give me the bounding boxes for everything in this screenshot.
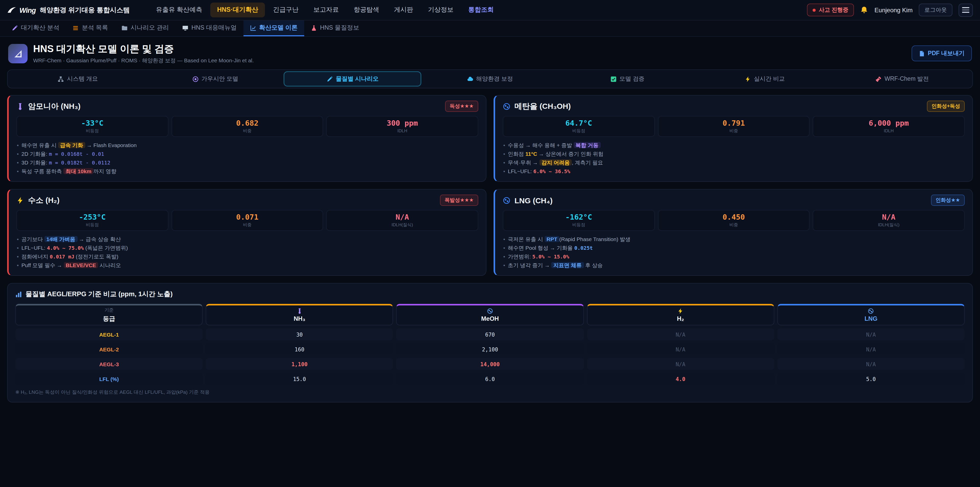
logo-text: Wing [19,6,36,14]
section-tab-2[interactable]: 물질별 시나리오 [284,72,422,86]
stat-label: IDLH(질식) [813,222,964,228]
table-row-label: AEGL-1 [15,329,203,340]
section-tab-6[interactable]: WRF-Chem 발전 [834,72,971,86]
table-col-header-3: H₂ [587,304,774,326]
stat-row: 64.7°C비등점0.791비중6,000 ppmIDLH [503,116,965,137]
stat-box-1: 0.450비중 [658,210,810,231]
card-title: 메탄올 (CH₃OH) [514,101,571,111]
hazard-badge: 인화성+독성 [927,101,965,112]
nav-item-5[interactable]: 게시판 [387,3,420,18]
substance-card-nh3: 암모니아 (NH₃)독성★★★-33°C비등점0.682비중300 ppmIDL… [7,95,487,182]
hazard-badge: 폭발성★★★ [440,195,478,206]
bullet-item: 공기보다 14배 가벼움 → 급속 상승 확산 [16,235,478,244]
list-icon [73,25,79,31]
app-title: 해양환경 위기대응 통합시스템 [40,5,130,14]
lightning-icon [677,308,683,315]
bullet-item: 해수면 유출 시 급속 기화 → Flash Evaporation [16,141,478,150]
page-header: HNS 대기확산 모델 이론 및 검증 WRF-Chem · Gaussian … [7,37,973,69]
section-tabs: 시스템 개요가우시안 모델물질별 시나리오해양환경 보정모델 검증실시간 비교W… [7,69,973,88]
pdf-export-label: PDF 내보내기 [928,49,965,57]
stat-value: N/A [327,213,478,221]
brand[interactable]: Wing 해양환경 위기대응 통합시스템 [7,5,130,14]
section-tab-label: 물질별 시나리오 [336,75,379,83]
substance-card-meoh: 메탄올 (CH₃OH)인화성+독성64.7°C비등점0.791비중6,000 p… [493,95,973,182]
chart-line-icon [250,25,256,31]
nav-item-7[interactable]: 통합조회 [462,3,501,18]
nav-item-6[interactable]: 기상정보 [422,3,460,18]
table-row-label: LFL (%) [15,373,203,385]
stat-box-1: 0.071비중 [171,210,323,231]
subnav-item-4[interactable]: 확산모델 이론 [243,21,304,36]
stat-box-0: -162°C비등점 [503,210,655,231]
subnav-item-1[interactable]: 분석 목록 [66,21,115,36]
bullet-highlight: m = 0.0182t - 0.0112 [49,160,110,166]
section-tab-4[interactable]: 모델 검증 [558,72,696,86]
top-nav-right: 사고 진행중 Eunjeong Kim 로그아웃 [807,3,973,17]
stat-row: -162°C비등점0.450비중N/AIDLH(질식) [503,210,965,231]
section-tab-5[interactable]: 실시간 비교 [696,72,833,86]
subnav-item-label: HNS 대응매뉴얼 [191,24,237,32]
nav-item-3[interactable]: 보고자료 [307,3,345,18]
bullet-highlight: 복합 거동 [573,142,600,148]
notification-bell-icon[interactable] [860,6,869,14]
stat-value: N/A [813,213,964,221]
bullet-highlight: RPT [545,236,559,242]
table-cell: 6.0 [396,373,584,385]
subnav-item-2[interactable]: 시나리오 관리 [115,21,176,36]
stat-label: 비등점 [17,128,168,134]
subnav-item-5[interactable]: HNS 물질정보 [304,21,366,36]
hazard-badge: 인화성★★ [931,195,965,206]
bullet-item: LFL~UFL: 6.0% ~ 36.5% [503,167,965,176]
subnav-item-3[interactable]: HNS 대응매뉴얼 [176,21,243,36]
incident-dot-icon [813,8,816,11]
stat-value: -162°C [503,213,654,221]
bullet-highlight: 6.0% ~ 36.5% [533,168,570,174]
incident-status-badge[interactable]: 사고 진행중 [807,3,854,16]
bullet-item: 2D 기화율: m = 0.0168t - 0.01 [16,150,478,158]
stat-value: 0.071 [172,213,323,221]
stat-label: IDLH(질식) [327,222,478,228]
table-cell: 14,000 [396,358,584,370]
substance-card-lng: LNG (CH₄)인화성★★-162°C비등점0.450비중N/AIDLH(질식… [493,189,973,276]
pencil-icon [327,76,333,82]
document-icon [919,50,925,56]
nav-item-4[interactable]: 항공탐색 [347,3,386,18]
bullet-list: 수용성 → 해수 용해 + 증발 복합 거동인화점 11°C → 상온에서 증기… [503,141,965,176]
table-cell: 5.0 [777,373,965,385]
column-label: 등급 [103,315,115,324]
incident-label: 사고 진행중 [819,6,848,14]
bullet-list: 공기보다 14배 가벼움 → 급속 상승 확산LFL~UFL: 4.0% ~ 7… [16,235,478,270]
table-row-label: AEGL-3 [15,358,203,370]
bullet-item: 점화에너지 0.017 mJ (정전기로도 폭발) [16,252,478,261]
bullet-highlight: 최대 10km [64,168,94,174]
section-tab-3[interactable]: 해양환경 보정 [422,72,558,86]
card-header: 암모니아 (NH₃)독성★★★ [16,101,478,112]
pencil-icon [12,25,18,31]
bullet-item: 인화점 11°C → 상온에서 증기 인화 위험 [503,150,965,158]
section-tab-0[interactable]: 시스템 개요 [9,72,146,86]
main-nav: 유출유 확산예측HNS·대기확산긴급구난보고자료항공탐색게시판기상정보통합조회 [149,3,501,18]
nav-item-2[interactable]: 긴급구난 [266,3,305,18]
table-cell: 670 [396,329,584,340]
nav-item-1[interactable]: HNS·대기확산 [210,3,265,18]
subnav-item-0[interactable]: 대기확산 분석 [5,21,66,36]
table-footnote: ※ H₂, LNG는 독성이 아닌 질식/인화성 위험으로 AEGL 대신 LF… [15,390,965,396]
stat-label: 비중 [172,128,323,134]
stat-value: -33°C [17,119,168,127]
stat-label: 비등점 [17,222,168,228]
molecule-icon [868,308,874,315]
stat-box-1: 0.791비중 [658,116,810,137]
menu-toggle-button[interactable] [959,3,973,17]
stat-box-0: -33°C비등점 [16,116,168,137]
section-tab-1[interactable]: 가우시안 모델 [146,72,284,86]
stat-label: IDLH [813,128,964,133]
table-row-label: AEGL-2 [15,343,203,355]
table-col-header-1: NH₃ [206,304,393,326]
pdf-export-button[interactable]: PDF 내보내기 [912,45,972,61]
bullet-list: 극저온 유출 시 RPT(Rapid Phase Transition) 발생해… [503,235,965,270]
nav-item-0[interactable]: 유출유 확산예측 [149,3,209,18]
substance-cards: 암모니아 (NH₃)독성★★★-33°C비등점0.682비중300 ppmIDL… [7,95,973,276]
logout-button[interactable]: 로그아웃 [919,3,953,16]
bullet-highlight: 4.0% ~ 75.0% [47,245,84,251]
stat-box-1: 0.682비중 [171,116,323,137]
